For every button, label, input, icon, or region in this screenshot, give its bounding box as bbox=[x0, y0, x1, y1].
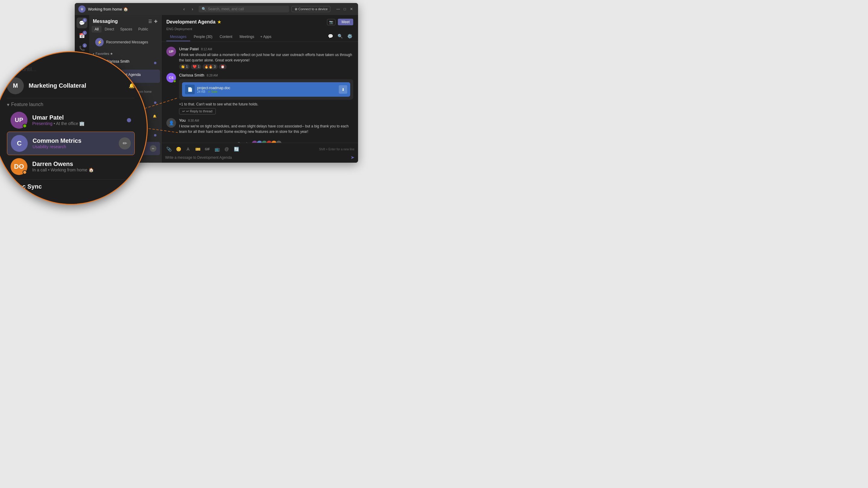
reply-thread-label: ↩ Reply to thread bbox=[186, 109, 213, 113]
umar-msg-time: 8:12 AM bbox=[201, 47, 212, 51]
loop-button[interactable]: 🔄 bbox=[233, 145, 240, 153]
nav-forward-button[interactable]: › bbox=[189, 5, 196, 13]
clarissa-msg-avatar: CS bbox=[166, 73, 176, 83]
screen-share-button[interactable]: 📺 bbox=[213, 145, 221, 153]
reaction-clap[interactable]: 👏 1 bbox=[179, 64, 190, 69]
recommended-messages-item[interactable]: ⚡ Recommended Messages bbox=[93, 36, 158, 48]
file-name: project-roadmap.doc bbox=[197, 86, 336, 90]
video-icon-button[interactable]: 📷 bbox=[327, 19, 336, 25]
umar-reactions: 👏 1 ❤️ 1 🔥🔥 3 ⏰ bbox=[179, 64, 353, 69]
reaction-fire[interactable]: 🔥🔥 3 bbox=[203, 64, 217, 69]
nav-back-button[interactable]: ‹ bbox=[181, 5, 188, 13]
window-title: Working from home 🏠 bbox=[88, 7, 178, 11]
zoom-common-name: Common Metrics bbox=[33, 137, 114, 144]
zoom-darren-info: Darren Owens In a call • Working from ho… bbox=[32, 161, 131, 172]
download-button[interactable]: ⬇ bbox=[339, 85, 347, 94]
thread-icon-button[interactable]: 💬 bbox=[327, 33, 334, 40]
zoom-umar-status-text: Presenting • At the office 🏢 bbox=[32, 121, 122, 126]
mute-icon: 🔔 bbox=[153, 115, 156, 118]
chat-search-button[interactable]: 🔍 bbox=[336, 33, 344, 40]
sidebar-icon-calendar[interactable]: 📅 1 bbox=[76, 30, 87, 41]
self-msg-avatar: 👤 bbox=[166, 118, 176, 128]
maximize-button[interactable]: □ bbox=[342, 6, 348, 12]
reply-icon: ↩ bbox=[182, 109, 185, 113]
sidebar-icon-chat[interactable]: 💬 5 bbox=[76, 18, 87, 28]
reply-thread-button[interactable]: ↩ ↩ Reply to thread bbox=[179, 108, 216, 115]
tab-meetings[interactable]: Meetings bbox=[236, 33, 258, 41]
format-button[interactable]: A bbox=[184, 145, 192, 153]
emoji-button[interactable]: 😊 bbox=[175, 145, 182, 153]
user-avatar: U bbox=[79, 5, 86, 13]
umar-msg-content: Umar Patel 8:12 AM I think we should all… bbox=[179, 47, 353, 69]
zoom-darren-name: Darren Owens bbox=[32, 161, 131, 167]
zoom-divider-1 bbox=[7, 98, 135, 98]
window-controls: — □ ✕ bbox=[335, 6, 354, 12]
star-icon: ★ bbox=[217, 20, 221, 24]
self-msg-content: You 8:30 AM I know we're on tight schedu… bbox=[179, 118, 353, 134]
tab-spaces[interactable]: Spaces bbox=[117, 26, 135, 33]
messaging-filter-button[interactable]: ☰ bbox=[148, 19, 152, 24]
zoom-overlay: ...and until... M Marketing Collateral 🔔… bbox=[0, 51, 148, 205]
connect-button[interactable]: 🖥 Connect to a device bbox=[291, 6, 330, 12]
zoom-contact-darren[interactable]: DO Darren Owens In a call • Working from… bbox=[7, 155, 135, 178]
zoom-feature-launch-header: ▾ Feature launch bbox=[7, 99, 135, 109]
zoom-marketing-name: Marketing Collateral bbox=[29, 82, 124, 89]
sticker-button[interactable]: 🎫 bbox=[194, 145, 201, 153]
zoom-marketing-info: Marketing Collateral bbox=[29, 82, 124, 89]
message-row-umar: UP Umar Patel 8:12 AM I think we should … bbox=[166, 47, 353, 69]
clarissa-msg-name: Clarissa Smith bbox=[179, 73, 204, 77]
clarissa-online-dot bbox=[173, 80, 176, 83]
zoom-umar-info: Umar Patel Presenting • At the office 🏢 bbox=[32, 114, 122, 126]
close-button[interactable]: ✕ bbox=[348, 6, 354, 12]
file-attachment-container: 📄 project-roadmap.doc 24 KB ✔ Safe ⬇ bbox=[179, 79, 353, 100]
messaging-new-button[interactable]: ✚ bbox=[154, 19, 158, 24]
tab-content[interactable]: Content bbox=[216, 33, 236, 41]
file-info: project-roadmap.doc 24 KB ✔ Safe bbox=[197, 86, 336, 93]
tab-direct[interactable]: Direct bbox=[101, 26, 117, 33]
chat-header-right-actions: 💬 🔍 ⚙️ bbox=[327, 33, 353, 41]
clarissa-msg-content: Clarissa Smith 8:28 AM 📄 project-roadmap… bbox=[179, 73, 353, 115]
zoom-divider-2 bbox=[7, 179, 135, 180]
chat-title-row: Development Agenda ★ 📷 Meet bbox=[166, 19, 353, 25]
file-meta: 24 KB ✔ Safe bbox=[197, 90, 336, 93]
mention-button[interactable]: @ bbox=[223, 145, 230, 153]
tab-people[interactable]: People (30) bbox=[190, 33, 216, 41]
umar-msg-avatar: UP bbox=[166, 47, 176, 56]
message-row-clarissa: CS Clarissa Smith 8:28 AM 📄 pro bbox=[166, 73, 353, 115]
file-size: 24 KB bbox=[197, 90, 205, 93]
reaction-heart[interactable]: ❤️ 1 bbox=[191, 64, 201, 69]
attach-button[interactable]: 📎 bbox=[165, 145, 173, 153]
zoom-contact-umar[interactable]: UP Umar Patel Presenting • At the office… bbox=[7, 109, 135, 132]
tab-public[interactable]: Public bbox=[135, 26, 151, 33]
add-apps-button[interactable]: + Apps bbox=[258, 33, 274, 41]
tab-all[interactable]: All bbox=[92, 26, 101, 33]
clarissa-msg-text: +1 to that. Can't wait to see what the f… bbox=[179, 101, 353, 107]
connect-icon: 🖥 bbox=[294, 7, 298, 11]
zoom-darren-avatar: DO bbox=[10, 158, 27, 175]
matthew-unread-dot bbox=[154, 101, 156, 104]
minimize-button[interactable]: — bbox=[335, 6, 341, 12]
zoom-contact-marketing[interactable]: M Marketing Collateral 🔔 bbox=[7, 75, 135, 97]
chat-input-field[interactable] bbox=[165, 156, 348, 160]
chat-title: Development Agenda ★ bbox=[166, 19, 221, 25]
reaction-clock[interactable]: ⏰ bbox=[219, 64, 227, 69]
zoom-contact-common-metrics[interactable]: C Common Metrics Usability research ✏ bbox=[7, 132, 135, 155]
seen-avatar-more: +2 bbox=[276, 140, 282, 143]
zoom-common-subtitle-text: Usability research bbox=[33, 144, 66, 149]
chat-messages: UP Umar Patel 8:12 AM I think we should … bbox=[161, 42, 358, 143]
search-input[interactable] bbox=[208, 7, 286, 11]
gif-button[interactable]: GIF bbox=[204, 145, 211, 153]
meet-button[interactable]: Meet bbox=[338, 19, 353, 25]
common-metrics-edit-button[interactable]: ✏ bbox=[150, 145, 156, 152]
chat-settings-button[interactable]: ⚙️ bbox=[346, 33, 353, 40]
nav-arrows: ‹ › bbox=[181, 5, 196, 13]
file-safe: ✔ Safe bbox=[208, 90, 217, 93]
calendar-badge: 1 bbox=[83, 31, 87, 35]
favorites-section-header[interactable]: ▾ Favorites ★ bbox=[89, 50, 161, 56]
chat-panel: Development Agenda ★ 📷 Meet ENG Deployme… bbox=[161, 15, 358, 163]
zoom-umar-status bbox=[23, 124, 27, 128]
search-bar[interactable]: 🔍 bbox=[198, 6, 289, 12]
zoom-edit-icon[interactable]: ✏ bbox=[119, 137, 131, 150]
send-button[interactable]: ➤ bbox=[350, 155, 354, 160]
tab-messages[interactable]: Messages bbox=[166, 33, 190, 41]
